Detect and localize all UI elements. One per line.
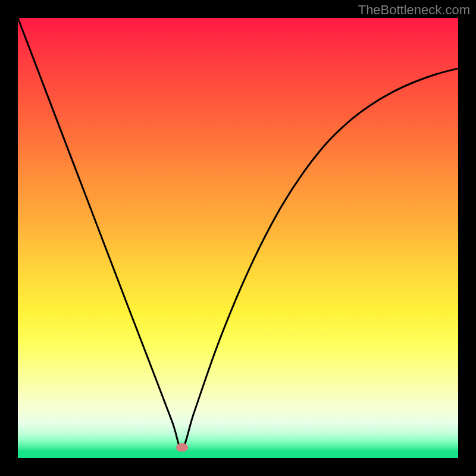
- bottleneck-curve: [18, 18, 458, 458]
- curve-path: [18, 18, 458, 448]
- watermark-text: TheBottleneck.com: [358, 2, 470, 18]
- chart-frame: TheBottleneck.com: [0, 0, 476, 476]
- plot-area: [18, 18, 458, 458]
- min-point-marker: [176, 443, 188, 452]
